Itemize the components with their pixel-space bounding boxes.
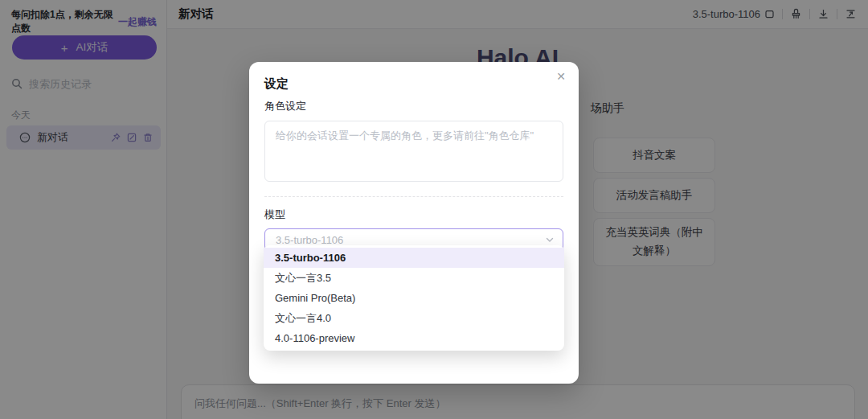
chevron-down-icon	[545, 235, 555, 244]
modal-title: 设定	[264, 76, 563, 92]
model-option[interactable]: 3.5-turbo-1106	[264, 248, 564, 268]
role-setting-label: 角色设定	[264, 99, 563, 113]
model-option[interactable]: 4.0-1106-preview	[264, 328, 564, 348]
divider	[264, 196, 563, 197]
model-option[interactable]: 文心一言4.0	[264, 308, 564, 328]
app-window: 每问扣除1点，剩余无限点数 一起赚钱 + AI对话 今天	[0, 0, 868, 419]
model-select-value: 3.5-turbo-1106	[276, 234, 343, 246]
close-icon[interactable]: ✕	[553, 68, 569, 85]
model-field-label: 模型	[264, 207, 563, 222]
role-setting-textarea[interactable]	[264, 121, 563, 182]
model-dropdown: 3.5-turbo-1106 文心一言3.5 Gemini Pro(Beta) …	[264, 245, 564, 351]
model-option[interactable]: 文心一言3.5	[264, 268, 564, 288]
model-option[interactable]: Gemini Pro(Beta)	[264, 288, 564, 308]
